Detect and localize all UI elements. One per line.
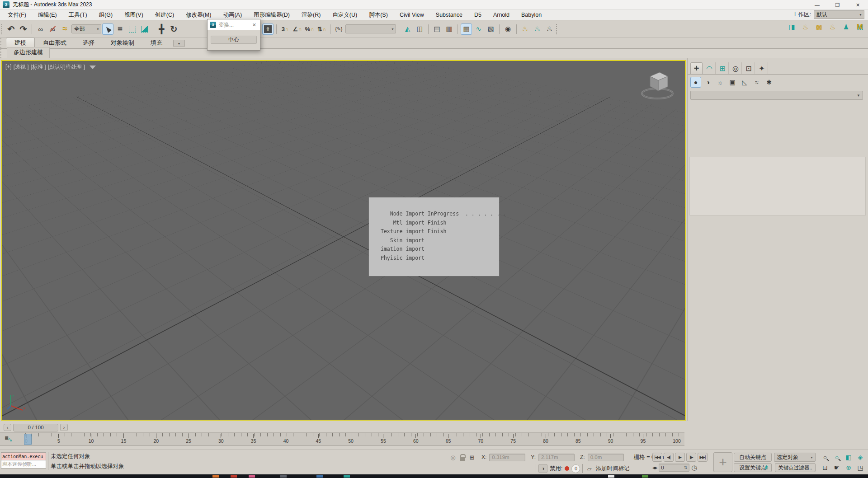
mirror-icon[interactable]: ◭	[402, 23, 413, 35]
select-object-icon[interactable]	[102, 23, 113, 35]
listener-command-line[interactable]: actionMan.execu	[1, 452, 46, 460]
time-slider-handle[interactable]	[24, 434, 32, 445]
frame-spinner-icon[interactable]: ⇅	[684, 465, 688, 470]
layer-explorer-icon[interactable]: ▥	[443, 23, 455, 35]
previous-frame-icon[interactable]: ◀|	[664, 453, 674, 462]
menu-group[interactable]: 组(G)	[93, 10, 119, 20]
minimize-button[interactable]: —	[807, 0, 827, 10]
key-filter-icon[interactable]: ⋔	[764, 464, 769, 471]
open-mini-curve-editor-icon[interactable]	[5, 435, 14, 444]
redo-icon[interactable]: ↷	[18, 23, 29, 35]
snap-toggle-3d-icon[interactable]: 3	[279, 23, 291, 35]
shapes-category-icon[interactable]: ◑	[703, 77, 713, 88]
systems-category-icon[interactable]: ✱	[764, 77, 774, 88]
m-logo-icon[interactable]: M	[854, 21, 865, 33]
selection-set-dropdown[interactable]: 选定对象	[774, 453, 816, 462]
zoom-extents-all-icon[interactable]: ◈	[856, 453, 865, 462]
goto-end-icon[interactable]: ▶▶|	[698, 453, 708, 462]
scene-explorer-icon[interactable]: ▤	[431, 23, 443, 35]
menu-scripting[interactable]: 脚本(S)	[363, 10, 394, 20]
align-icon[interactable]: ◫	[414, 23, 425, 35]
menu-edit[interactable]: 编辑(E)	[32, 10, 63, 20]
utilities-tab[interactable]: ✦	[756, 62, 768, 74]
maximize-viewport-toggle-icon[interactable]: ◳	[856, 463, 865, 472]
play-icon[interactable]: ▶	[675, 453, 685, 462]
geometry-category-icon[interactable]: ●	[690, 77, 701, 88]
select-and-place-icon[interactable]: ⇧	[262, 23, 274, 35]
zoom-all-icon[interactable]: ○	[832, 453, 841, 462]
rendered-frame-window-icon[interactable]: ♨	[532, 23, 543, 35]
material-editor-icon[interactable]: ◉	[502, 23, 514, 35]
key-filters-button[interactable]: 关键点过滤器..	[775, 463, 816, 472]
helpers-category-icon[interactable]: ◺	[739, 77, 750, 88]
lights-category-icon[interactable]: ☼	[715, 77, 726, 88]
viewport-standard-label[interactable]: [标准 ]	[31, 63, 46, 71]
edit-named-selection-sets-icon[interactable]: {✎}	[333, 23, 344, 35]
render-production-icon[interactable]: ♨	[544, 23, 555, 35]
menu-civil-view[interactable]: Civil View	[394, 10, 430, 20]
object-type-dropdown[interactable]	[690, 91, 863, 100]
perspective-viewport[interactable]: [+][透视 ][标准 ][默认明暗处理 ] Node Import InPro…	[1, 60, 686, 421]
named-selection-sets-dropdown[interactable]	[345, 24, 396, 33]
ribbon-tab-populate[interactable]: 填充	[142, 38, 170, 48]
spinner-snap-toggle-icon[interactable]: ⇅	[316, 23, 327, 35]
menu-rendering[interactable]: 渲染(R)	[296, 10, 326, 20]
space-warps-category-icon[interactable]: ≈	[751, 77, 762, 88]
percent-snap-toggle-icon[interactable]: %	[304, 23, 315, 35]
orbit-icon[interactable]: ⊕	[844, 463, 853, 472]
zoom-extents-icon[interactable]: ◧	[844, 453, 853, 462]
menu-d5[interactable]: D5	[468, 10, 487, 20]
dialog-close-icon[interactable]: ✕	[251, 22, 258, 28]
close-button[interactable]: ✕	[848, 0, 868, 10]
ribbon-toggle-icon[interactable]: ▦	[461, 23, 472, 35]
y-coordinate-field[interactable]: 2.117m	[538, 454, 575, 461]
modify-tab[interactable]: ◠	[703, 62, 716, 74]
angle-snap-toggle-icon[interactable]: ∠	[292, 23, 303, 35]
create-tab[interactable]: +	[690, 62, 703, 74]
bind-to-space-warp-icon[interactable]: ≈	[59, 23, 71, 35]
viewcube[interactable]	[638, 66, 677, 104]
zoom-icon[interactable]: ○	[821, 453, 830, 462]
z-coordinate-field[interactable]: 0.0m	[588, 454, 624, 461]
lock-selection-icon[interactable]	[460, 457, 465, 461]
select-and-link-icon[interactable]: ∞	[35, 23, 46, 35]
add-time-tag[interactable]: 添加时间标记	[595, 465, 629, 473]
next-frame-arrow[interactable]: ›	[60, 424, 68, 431]
menu-file[interactable]: 文件(F)	[2, 10, 32, 20]
x-coordinate-field[interactable]: 0.319m	[489, 454, 525, 461]
window-crossing-toggle-icon[interactable]	[139, 23, 150, 35]
region-zoom-icon[interactable]: ⊡	[821, 463, 830, 472]
menu-arnold[interactable]: Arnold	[487, 10, 515, 20]
undo-icon[interactable]: ↶	[5, 23, 17, 35]
d5-material-icon[interactable]: ▩	[813, 21, 825, 33]
unlink-selection-icon[interactable]: ∞	[47, 23, 58, 35]
viewport-general-menu[interactable]: [+]	[5, 63, 12, 71]
auto-key-button[interactable]: 自动关键点	[734, 453, 772, 462]
isolate-selection-icon[interactable]: ◎	[449, 453, 457, 461]
selection-filter-dropdown[interactable]: 全部	[71, 24, 101, 33]
user-account-icon[interactable]: ♟	[840, 21, 852, 33]
viewport-shading-label[interactable]: [默认明暗处理 ]	[48, 63, 85, 71]
schematic-view-icon[interactable]: ▧	[485, 23, 496, 35]
workspace-dropdown[interactable]: 默认	[814, 10, 864, 19]
goto-start-icon[interactable]: |◀◀	[652, 453, 662, 462]
menu-create[interactable]: 创建(C)	[149, 10, 180, 20]
center-button[interactable]: 中心	[211, 36, 257, 44]
motion-tab[interactable]: ◎	[730, 62, 742, 74]
time-configuration-icon[interactable]: ◷	[691, 464, 697, 472]
menu-tools[interactable]: 工具(T)	[63, 10, 93, 20]
set-keys-large-button[interactable]: +	[713, 452, 732, 472]
key-mode-toggle-icon[interactable]: ◀▶	[652, 466, 657, 470]
menu-customize[interactable]: 自定义(U)	[326, 10, 363, 20]
next-frame-icon[interactable]: |▶	[686, 453, 696, 462]
select-and-rotate-icon[interactable]: ↻	[168, 23, 179, 35]
mute-toggle-icon[interactable]: ◑	[538, 464, 547, 473]
time-ruler[interactable]: 0510152025303540455055606570758085909510…	[23, 433, 682, 446]
previous-frame-arrow[interactable]: ‹	[4, 424, 11, 431]
menu-substance[interactable]: Substance	[430, 10, 468, 20]
maximize-button[interactable]: ❐	[827, 0, 848, 10]
curve-editor-icon[interactable]: ∿	[473, 23, 484, 35]
ribbon-overflow-caret-icon[interactable]: ▼	[173, 40, 185, 47]
ribbon-tab-selection[interactable]: 选择	[75, 38, 103, 48]
absolute-offset-mode-icon[interactable]: ⊞	[468, 453, 476, 461]
